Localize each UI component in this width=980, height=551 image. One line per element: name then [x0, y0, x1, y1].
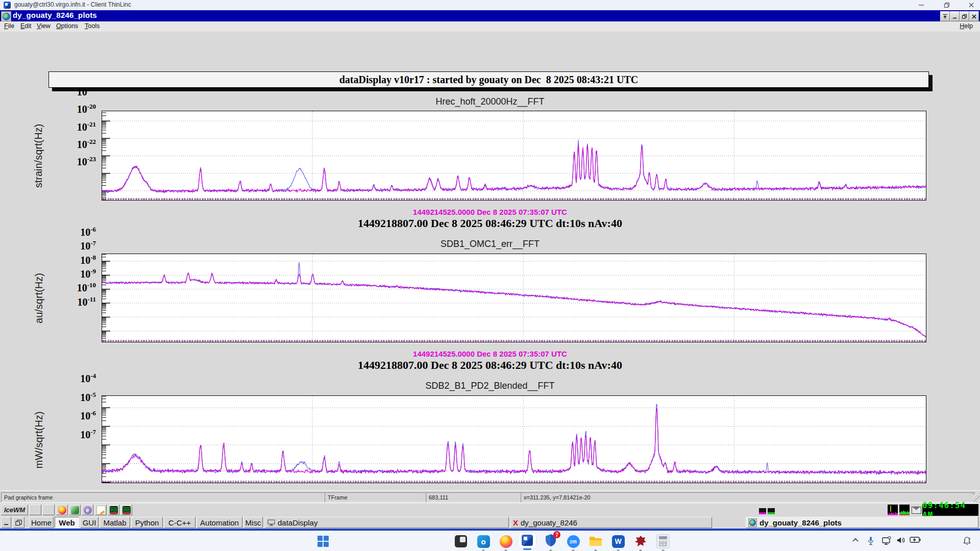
status-pad-info: Pad graphics frame [1, 492, 326, 503]
taskbar-app-outlook[interactable]: o [474, 534, 493, 548]
quicklaunch-slot-2[interactable] [42, 505, 55, 515]
bell-icon: z [963, 536, 971, 545]
dark-app-icon [455, 535, 467, 547]
launcher-filemanager[interactable] [69, 505, 81, 515]
monitor-icon [882, 536, 892, 545]
taskbar-app-word[interactable]: W [608, 534, 628, 548]
ytick-label: 10-7 [45, 237, 96, 249]
window-minimize-button[interactable] [913, 0, 930, 10]
ytick-label: 10-6 [45, 407, 96, 419]
chevron-up-icon [851, 536, 860, 544]
red-app-icon [634, 535, 647, 548]
taskbar-app-widgets[interactable] [451, 534, 471, 548]
icewm-tray-row: IceWM e 09:46:54 AM [0, 503, 980, 517]
ytick-label: 10-19 [45, 83, 96, 95]
status-pixel-coords: 683,111 [426, 492, 522, 503]
launcher-firefox[interactable] [56, 505, 68, 515]
launcher-terminal-2[interactable] [120, 505, 132, 515]
microphone-icon [867, 536, 875, 545]
x11-titlebar[interactable]: dy_gouaty_8246_plots [0, 10, 980, 21]
taskbar-window-datadisplay[interactable]: dataDisplay [265, 517, 509, 528]
window-restore-button[interactable] [938, 0, 955, 10]
tray-clock[interactable]: 09:46:54 AM [922, 504, 978, 516]
plot3-canvas-sdb2-b1-pd2-fft[interactable] [102, 395, 926, 483]
start-button[interactable] [313, 534, 333, 548]
taskbar-app-explorer[interactable] [586, 534, 605, 548]
ytick-label: 10-22 [45, 136, 96, 148]
taskbar-app-zoom[interactable]: zm [564, 534, 583, 548]
quicklaunch-slot-1[interactable] [29, 505, 41, 515]
ytick-label: 10-20 [45, 101, 96, 113]
show-desktop-button[interactable] [1, 517, 11, 528]
plot2-title: SDB1_OMC1_err__FFT [0, 239, 980, 249]
terminal-icon [122, 506, 131, 514]
dataDisplay-canvas: dataDisplay v10r17 : started by gouaty o… [0, 32, 980, 490]
network-monitor-applet[interactable] [899, 505, 910, 515]
ytick-label: 10-6 [45, 223, 96, 236]
cpu-monitor-applet[interactable] [888, 505, 898, 515]
screen: gouaty@ctrl30.virgo.infn.it - Client Thi… [0, 0, 980, 551]
taskbar-app-firefox[interactable] [496, 534, 516, 548]
globe-icon [748, 518, 757, 527]
window-list-button[interactable] [13, 517, 24, 528]
taskbar-window-dy-gouaty-8246[interactable]: X dy_gouaty_8246 [510, 517, 712, 528]
taskbar-window-dy-gouaty-8246-plots[interactable]: dy_gouaty_8246_plots [746, 517, 978, 528]
launcher-terminal-1[interactable] [108, 505, 119, 515]
launcher-editor[interactable] [95, 505, 107, 515]
terminal-icon [110, 506, 118, 514]
workspace-tab-misc[interactable]: Misc [243, 517, 263, 528]
plot2-canvas-sdb1-omc1-fft[interactable] [102, 254, 926, 342]
mini-monitor-applet [759, 508, 766, 514]
tray-display[interactable] [882, 536, 892, 545]
workspace-tab-automation[interactable]: Automation [197, 517, 242, 528]
plot2-reference-timestamp: 1449214525.0000 Dec 8 2025 07:35:07 UTC [0, 349, 980, 358]
taskbar-app-security[interactable]: 7 [541, 534, 560, 548]
ytick-label: 10-4 [45, 370, 96, 382]
battery-charging-icon [910, 536, 921, 543]
tray-hidden-icons[interactable] [851, 536, 860, 544]
workspace-tab-python[interactable]: Python [131, 517, 163, 528]
taskbar-app-thinlinc-active[interactable] [518, 533, 537, 547]
taskbar-app-calculator[interactable] [653, 534, 673, 548]
menu-options[interactable]: Options [54, 22, 80, 31]
menu-edit[interactable]: Edit [18, 22, 34, 31]
menu-tools[interactable]: Tools [83, 22, 102, 31]
plot2-current-timestamp: 1449218807.00 Dec 8 2025 08:46:29 UTC dt… [0, 359, 980, 372]
ytick-label: 10-8 [45, 252, 96, 264]
x11-minimize-button[interactable] [950, 11, 960, 21]
window-close-button[interactable] [963, 0, 980, 10]
plot1-canvas-hrec-hoft-fft[interactable] [102, 111, 926, 201]
menu-view[interactable]: View [35, 22, 53, 31]
icewm-start-button[interactable]: IceWM [1, 505, 28, 515]
x11-rollup-button[interactable] [940, 11, 950, 21]
mini-monitor-applet [768, 508, 775, 514]
x11-window-icon-chip[interactable] [1, 11, 11, 21]
taskbar-app-red[interactable] [631, 534, 650, 548]
tray-microphone[interactable] [867, 536, 875, 545]
calculator-icon [656, 534, 670, 548]
menubar: File Edit View Options Tools Help [0, 21, 980, 32]
ytick-label: 10-21 [45, 118, 96, 131]
statusbar: Pad graphics frame TFrame 683,111 x=311.… [0, 490, 980, 504]
mailbox-applet[interactable] [912, 507, 921, 514]
tray-battery[interactable] [910, 536, 921, 543]
tray-notifications[interactable]: z [963, 536, 971, 545]
launcher-emacs[interactable]: e [82, 505, 93, 515]
workspace-tab-matlab[interactable]: Matlab [100, 517, 130, 528]
notification-badge: 7 [553, 531, 560, 538]
menu-help[interactable]: Help [958, 22, 975, 31]
firefox-icon [500, 535, 512, 548]
outlook-icon: o [477, 535, 490, 548]
menu-file[interactable]: File [2, 22, 16, 31]
session-header-box: dataDisplay v10r17 : started by gouaty o… [48, 71, 929, 88]
thinlinc-icon [519, 533, 536, 548]
x11-close-button[interactable] [969, 11, 979, 21]
workspace-tab-gui[interactable]: GUI [80, 517, 99, 528]
workspace-tab-ccpp[interactable]: C-C++ [164, 517, 195, 528]
plot1-reference-timestamp: 1449214525.0000 Dec 8 2025 07:35:07 UTC [0, 208, 980, 216]
session-header-text: dataDisplay v10r17 : started by gouaty o… [339, 74, 639, 86]
workspace-tab-home[interactable]: Home [29, 517, 54, 528]
tray-volume[interactable] [896, 536, 905, 544]
workspace-tab-web-active[interactable]: Web [55, 517, 79, 528]
x11-maximize-button[interactable] [960, 11, 969, 21]
